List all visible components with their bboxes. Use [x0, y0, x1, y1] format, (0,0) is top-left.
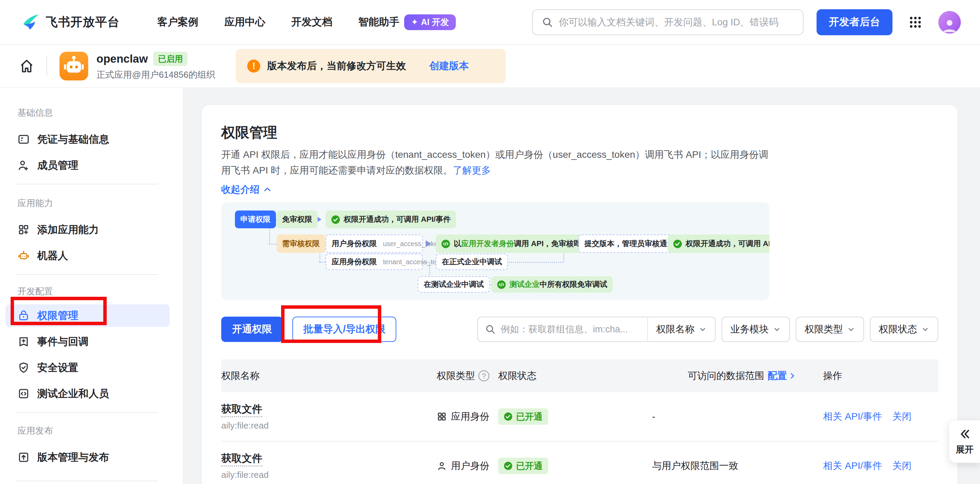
double-chevron-left-icon	[958, 428, 971, 440]
expand-panel-button[interactable]: 展开	[949, 420, 980, 463]
col-name: 权限名称	[221, 369, 437, 382]
filter-business-module[interactable]: 业务模块	[721, 316, 790, 342]
col-actions: 操作	[823, 369, 938, 382]
app-identity-icon	[437, 411, 447, 422]
app-meta: openclaw 已启用 正式应用@用户614856的组织	[96, 52, 215, 81]
permission-code: aily:file:read	[221, 470, 437, 480]
app-name: openclaw	[96, 53, 148, 65]
banner-text: 版本发布后，当前修改方可生效	[267, 59, 406, 73]
search-category-select[interactable]: 权限名称	[647, 316, 715, 342]
sparkle-icon: ✦	[411, 17, 418, 27]
check-circle-icon	[504, 412, 512, 421]
chevron-down-icon	[847, 325, 855, 333]
nav-item-appcenter[interactable]: 应用中心	[224, 15, 265, 29]
related-api-link[interactable]: 相关 API/事件	[823, 410, 882, 423]
filter-permission-type[interactable]: 权限类型	[796, 316, 864, 342]
sidebar-section-devconfig: 开发配置	[18, 284, 183, 298]
user-identity-icon	[437, 461, 447, 471]
app-header: openclaw 已启用 正式应用@用户614856的组织 ! 版本发布后，当前…	[0, 45, 980, 88]
status-badge: 已开通	[498, 408, 548, 425]
divider	[16, 184, 158, 184]
batch-import-export-button[interactable]: 批量导入/导出权限	[292, 316, 396, 342]
table-header: 权限名称 权限类型 ? 权限状态 可访问的数据范围 配置 操作	[221, 359, 938, 392]
debug-circle-icon	[441, 239, 450, 249]
scope-cell: 与用户权限范围一致	[642, 459, 823, 472]
search-icon	[485, 324, 496, 335]
sidebar-item-add-capability[interactable]: 添加应用能力	[0, 217, 183, 243]
sidebar-item-test-company[interactable]: 测试企业和人员	[0, 381, 183, 407]
chevron-right-icon	[788, 372, 796, 380]
shield-check-icon	[18, 361, 30, 374]
sidebar-section-basic: 基础信息	[18, 106, 183, 120]
global-search-input[interactable]	[559, 17, 794, 28]
credential-card-icon	[18, 133, 30, 145]
page-description: 开通 API 权限后，应用才能以应用身份（tenant_access_token…	[221, 147, 769, 178]
question-circle-icon[interactable]: ?	[478, 371, 489, 381]
sidebar-item-security[interactable]: 安全设置	[0, 355, 183, 381]
feishu-logo-icon	[22, 13, 40, 31]
close-permission-link[interactable]: 关闭	[892, 410, 912, 423]
ai-dev-badge[interactable]: ✦ AI 开发	[404, 14, 456, 30]
permission-toolbar: 开通权限 批量导入/导出权限 权限名称	[221, 316, 938, 342]
app-org: 正式应用@用户614856的组织	[96, 69, 215, 81]
related-api-link[interactable]: 相关 API/事件	[823, 459, 882, 472]
sidebar-item-members[interactable]: 成员管理	[0, 152, 183, 178]
chevron-down-icon	[921, 325, 929, 333]
nav-item-docs[interactable]: 开发文档	[291, 15, 332, 29]
user-avatar[interactable]	[938, 11, 961, 34]
scope-cell: -	[642, 411, 823, 422]
permission-flow-diagram: 申请权限 免审权限 权限开通成功，可调用 API/事件 需审核权限 用户身份权限…	[221, 202, 769, 300]
debug-circle-icon	[497, 280, 506, 289]
robot-icon	[18, 249, 30, 262]
permission-code: aily:file:read	[221, 420, 437, 431]
sidebar-item-version[interactable]: 版本管理与发布	[0, 444, 183, 470]
brand[interactable]: 飞书开放平台	[22, 13, 120, 31]
node-formal-debug: 在正式企业中调试	[436, 254, 508, 270]
filter-permission-status[interactable]: 权限状态	[870, 316, 938, 342]
create-version-link[interactable]: 创建版本	[429, 59, 469, 73]
permission-type-cell: 应用身份	[437, 410, 498, 423]
sidebar-item-permissions[interactable]: 权限管理	[5, 304, 170, 327]
nav-item-assistant[interactable]: 智能助手 ✦ AI 开发	[358, 14, 456, 30]
permission-search-input[interactable]	[501, 324, 640, 335]
open-permission-button[interactable]: 开通权限	[221, 316, 283, 342]
node-no-review: 免审权限	[277, 211, 318, 228]
table-row: 获取文件 aily:file:read 用户身份	[221, 442, 938, 484]
global-search[interactable]	[532, 9, 803, 35]
lock-icon	[18, 310, 30, 322]
sidebar-section-release: 应用发布	[18, 424, 183, 438]
node-success-2: 权限开通成功，可调用 API/事件	[667, 235, 769, 253]
node-success-1: 权限开通成功，可调用 API/事件	[326, 211, 456, 228]
home-icon[interactable]	[19, 59, 34, 73]
permission-table: 权限名称 权限类型 ? 权限状态 可访问的数据范围 配置 操作	[221, 359, 938, 484]
close-permission-link[interactable]: 关闭	[892, 459, 912, 472]
main-nav: 客户案例 应用中心 开发文档 智能助手 ✦ AI 开发	[157, 14, 456, 30]
divider	[16, 412, 158, 413]
divider	[16, 481, 158, 481]
sidebar-item-credentials[interactable]: 凭证与基础信息	[0, 126, 183, 152]
permission-search[interactable]: 权限名称	[477, 316, 716, 342]
main-area: 权限管理 开通 API 权限后，应用才能以应用身份（tenant_access_…	[184, 88, 980, 484]
nav-item-cases[interactable]: 客户案例	[157, 15, 198, 29]
sidebar-item-events[interactable]: 事件与回调	[0, 329, 183, 355]
col-status: 权限状态	[498, 369, 642, 382]
developer-console-button[interactable]: 开发者后台	[816, 9, 892, 35]
chevron-up-icon	[263, 185, 272, 194]
member-add-icon	[18, 159, 30, 171]
collapse-intro-link[interactable]: 收起介绍	[221, 183, 272, 196]
scope-config-link[interactable]: 配置	[768, 369, 796, 382]
sidebar-section-capability: 应用能力	[18, 196, 183, 210]
table-row: 获取文件 aily:file:read 应用身份	[221, 392, 938, 442]
status-badge: 已开通	[498, 458, 548, 474]
app-status-badge: 已启用	[153, 52, 188, 66]
row-actions: 相关 API/事件 关闭	[823, 410, 938, 423]
sidebar-item-bot[interactable]: 机器人	[0, 243, 183, 269]
permission-type-cell: 用户身份	[437, 459, 498, 472]
app-grid-icon[interactable]	[908, 15, 923, 29]
sidebar: 基础信息 凭证与基础信息 成员管理 应用能力	[0, 88, 184, 484]
chevron-down-icon	[698, 325, 707, 333]
check-circle-icon	[673, 239, 682, 249]
node-user-identity: 用户身份权限user_access_token 调用	[326, 235, 423, 253]
learn-more-link[interactable]: 了解更多	[453, 165, 491, 176]
warning-icon: !	[247, 59, 260, 73]
